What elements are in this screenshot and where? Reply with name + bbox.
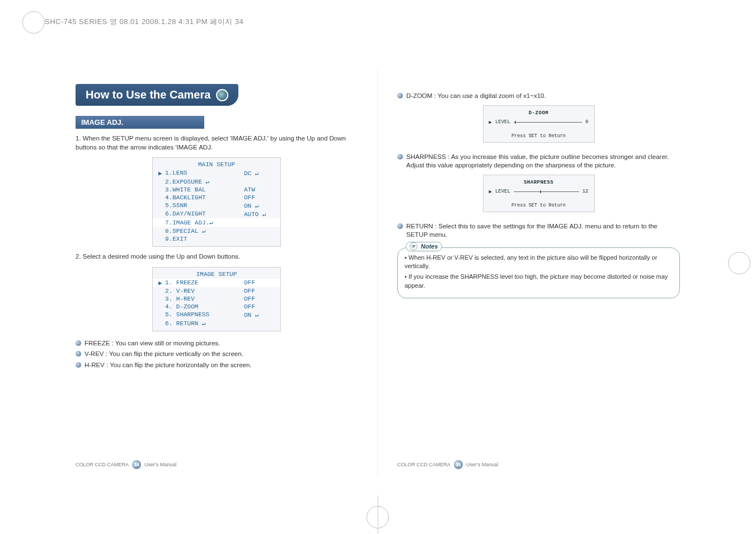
- footer-product: COLOR CCD CAMERA: [397, 462, 450, 467]
- menu-arrow-icon: [158, 303, 165, 310]
- menu-title: IMAGE SETUP: [153, 271, 280, 278]
- menu-row: 4.BACKLIGHTOFF: [153, 194, 280, 202]
- osd-level-row: ▶ LEVEL 12: [489, 189, 589, 195]
- crop-mark-icon: [728, 252, 750, 274]
- page-right: D-ZOOM : You can use a digital zoom of x…: [378, 67, 699, 476]
- step-text: 1. When the SETUP menu screen is display…: [76, 134, 358, 152]
- feature-item: SHARPNESS : As you increase this value, …: [397, 153, 680, 170]
- bullet-icon: [397, 93, 403, 99]
- feature-item: RETURN : Select this to save the setting…: [397, 222, 680, 240]
- osd-value: 12: [583, 189, 589, 194]
- osd-level-label: LEVEL: [495, 189, 510, 194]
- bullet-icon: [76, 340, 81, 346]
- osd-slider-icon: [514, 191, 579, 192]
- feature-item: FREEZE : You can view still or moving pi…: [76, 339, 358, 348]
- osd-title: SHARPNESS: [489, 180, 589, 185]
- notes-label-text: Notes: [421, 242, 438, 251]
- feature-text: FREEZE : You can view still or moving pi…: [84, 339, 220, 348]
- menu-row: ▶1. FREEZEOFF: [153, 279, 280, 287]
- feature-item: H-REV : You can flip the picture horizon…: [76, 361, 358, 370]
- notes-label: ☞ Notes: [406, 242, 442, 251]
- menu-row: 8.SPECIAL ↵: [153, 227, 280, 235]
- menu-arrow-icon: [158, 194, 165, 201]
- menu-item-value: [244, 219, 275, 226]
- menu-item-value: OFF: [244, 288, 275, 294]
- footer-doc: User's Manual: [144, 462, 176, 467]
- menu-item-value: [244, 227, 275, 235]
- menu-row: 7.IMAGE ADJ.↵: [153, 218, 280, 227]
- notes-list: When H-REV or V-REV is selected, any tex…: [405, 254, 673, 291]
- menu-item-value: ON ↵: [244, 311, 275, 318]
- menu-item-label: 5.SSNR: [165, 202, 244, 209]
- menu-arrow-icon: [158, 288, 165, 294]
- menu-row: 6. RETURN ↵: [153, 319, 280, 327]
- feature-text: V-REV : You can flip the picture vertica…: [84, 350, 243, 359]
- menu-item-label: 6.DAY/NIGHT: [165, 210, 244, 218]
- menu-item-value: OFF: [244, 303, 275, 310]
- menu-item-value: OFF: [244, 296, 275, 302]
- feature-item: V-REV : You can flip the picture vertica…: [76, 350, 358, 359]
- feature-list: FREEZE : You can view still or moving pi…: [76, 339, 358, 370]
- menu-arrow-icon: [158, 320, 165, 327]
- menu-row: 6.DAY/NIGHTAUTO ↵: [153, 210, 280, 218]
- menu-row: 5. SHARPNESSON ↵: [153, 311, 280, 319]
- feature-text: RETURN : Select this to save the setting…: [406, 222, 680, 240]
- menu-row: 4. D-ZOOMOFF: [153, 303, 280, 311]
- note-item: When H-REV or V-REV is selected, any tex…: [405, 254, 673, 271]
- feature-item: D-ZOOM : You can use a digital zoom of x…: [397, 92, 680, 101]
- osd-level-row: ▶ LEVEL 0: [489, 119, 589, 125]
- menu-row: 5.SSNRON ↵: [153, 202, 280, 210]
- menu-item-label: 3.WHITE BAL: [165, 186, 244, 193]
- menu-item-value: ATW: [244, 186, 275, 193]
- bullet-icon: [76, 351, 81, 357]
- menu-item-value: OFF: [244, 279, 275, 287]
- page-left: How to Use the Camera IMAGE ADJ. 1. When…: [56, 67, 378, 476]
- lens-icon: [216, 89, 228, 101]
- osd-arrow-icon: ▶: [489, 189, 492, 195]
- menu-arrow-icon: [158, 210, 165, 218]
- title-text: How to Use the Camera: [86, 88, 210, 101]
- menu-item-value: OFF: [244, 194, 275, 201]
- menu-item-value: [244, 320, 275, 327]
- footer-product: COLOR CCD CAMERA: [76, 462, 129, 467]
- menu-item-label: 7.IMAGE ADJ.↵: [165, 219, 244, 226]
- hand-icon: ☞: [410, 242, 417, 250]
- menu-arrow-icon: [158, 219, 165, 226]
- step-text: 2. Select a desired mode using the Up an…: [76, 252, 358, 261]
- manual-spread: How to Use the Camera IMAGE ADJ. 1. When…: [56, 67, 699, 476]
- crop-mark-icon: [22, 11, 45, 34]
- feature-text: D-ZOOM : You can use a digital zoom of x…: [406, 92, 546, 101]
- menu-arrow-icon: [158, 311, 165, 318]
- menu-item-label: 9.EXIT: [165, 236, 244, 242]
- page-footer: COLOR CCD CAMERA 34 User's Manual: [76, 460, 176, 469]
- menu-item-label: 5. SHARPNESS: [165, 311, 244, 318]
- menu-row: 3. H-REVOFF: [153, 295, 280, 303]
- footer-doc: User's Manual: [466, 462, 498, 467]
- menu-item-value: [244, 178, 275, 185]
- menu-row: 3.WHITE BALATW: [153, 186, 280, 194]
- main-setup-menu: MAIN SETUP ▶1.LENSDC ↵2.EXPOSURE ↵3.WHIT…: [152, 157, 281, 247]
- menu-item-value: ON ↵: [244, 202, 275, 209]
- osd-value: 0: [585, 119, 588, 125]
- osd-footer: Press SET to Return: [489, 203, 589, 208]
- menu-arrow-icon: [158, 296, 165, 302]
- menu-title: MAIN SETUP: [153, 161, 280, 168]
- sharpness-osd: SHARPNESS ▶ LEVEL 12 Press SET to Return: [483, 175, 595, 212]
- osd-title: D-ZOOM: [489, 110, 589, 116]
- menu-arrow-icon: [158, 202, 165, 209]
- menu-item-label: 8.SPECIAL ↵: [165, 227, 244, 235]
- note-item: If you increase the SHARPNESS level too …: [405, 273, 673, 290]
- page-number: 35: [454, 460, 463, 469]
- section-heading: IMAGE ADJ.: [76, 116, 204, 129]
- osd-level-label: LEVEL: [495, 119, 510, 125]
- osd-slider-icon: [514, 122, 582, 123]
- menu-item-label: 1.LENS: [165, 170, 244, 177]
- menu-item-value: AUTO ↵: [244, 210, 275, 218]
- crop-mark-icon: [367, 506, 389, 528]
- menu-item-label: 1. FREEZE: [165, 279, 244, 287]
- bullet-icon: [397, 154, 403, 160]
- menu-item-label: 2.EXPOSURE ↵: [165, 178, 244, 185]
- menu-arrow-icon: [158, 227, 165, 235]
- menu-item-label: 2. V-REV: [165, 288, 244, 294]
- menu-item-value: DC ↵: [244, 170, 275, 177]
